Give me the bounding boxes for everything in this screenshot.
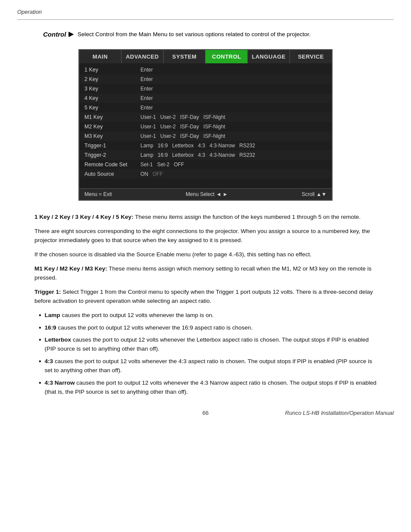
bullet-43-term: 4:3 [45,358,53,364]
manual-title: Runco LS-HB Installation/Operation Manua… [285,410,394,416]
osd-tab-advanced: ADVANCED [121,50,164,63]
osd-footer: Menu = Exit Menu Select ◄ ► Scroll ▲▼ [79,188,332,200]
key-heading: 1 Key / 2 Key / 3 Key / 4 Key / 5 Key: [34,214,134,220]
osd-tabs: MAIN ADVANCED SYSTEM CONTROL LANGUAGE SE… [79,50,332,63]
osd-label-4key: 4 Key [84,95,140,101]
bullet-letterbox: Letterbox causes the port to output 12 v… [34,336,377,354]
bullet-43narrow-desc: causes the port to output 12 volts whene… [45,380,377,395]
osd-values-trigger1: Lamp 16:9 Letterbox 4:3 4:3-Narrow RS232 [140,143,327,149]
osd-values-1key: Enter [140,67,327,73]
osd-row-trigger2: Trigger-2 Lamp 16:9 Letterbox 4:3 4:3-Na… [79,150,332,160]
control-label: Control ▶ [43,30,78,38]
osd-wrapper: MAIN ADVANCED SYSTEM CONTROL LANGUAGE SE… [17,49,394,201]
osd-label-auto-source: Auto Source [84,171,140,177]
osd-menu-select-arrows: ◄ ► [216,191,228,197]
bullet-169-desc: causes the port to output 12 volts whene… [58,324,252,331]
osd-label-m3key: M3 Key [84,133,140,139]
bullet-169: 16:9 causes the port to output 12 volts … [34,324,377,333]
osd-row-m1key: M1 Key User-1 User-2 ISF-Day ISF-Night [79,112,332,122]
osd-row-m2key: M2 Key User-1 User-2 ISF-Day ISF-Night [79,122,332,131]
osd-label-2key: 2 Key [84,76,140,82]
osd-footer-menu-exit: Menu = Exit [84,191,112,197]
osd-spacer [79,179,332,187]
osd-label-3key: 3 Key [84,86,140,92]
bullet-lamp: Lamp causes the port to output 12 volts … [34,311,377,320]
osd-row-3key: 3 Key Enter [79,84,332,93]
osd-row-trigger1: Trigger-1 Lamp 16:9 Letterbox 4:3 4:3-Na… [79,141,332,150]
osd-tab-service: SERVICE [290,50,332,63]
key-para3: If the chosen source is disabled via the… [34,250,377,259]
bullet-43-desc: causes the port to output 12 volts whene… [45,358,372,373]
osd-values-3key: Enter [140,86,327,92]
bullet-letterbox-term: Letterbox [45,336,72,343]
osd-values-trigger2: Lamp 16:9 Letterbox 4:3 4:3-Narrow RS232 [140,152,327,158]
osd-scroll-arrows: ▲▼ [316,191,327,197]
osd-label-remote-code: Remote Code Set [84,162,140,168]
osd-label-trigger2: Trigger-2 [84,152,140,158]
osd-values-4key: Enter [140,95,327,101]
bullet-43: 4:3 causes the port to output 12 volts w… [34,357,377,375]
osd-values-auto-source: ON OFF [140,171,327,177]
arrow-icon: ▶ [68,30,74,38]
page-footer: 66 Runco LS-HB Installation/Operation Ma… [17,410,394,416]
mkey-heading: M1 Key / M2 Key / M3 Key: [34,265,107,272]
trigger1-heading-para: Trigger 1: Select Trigger 1 from the Con… [34,288,377,306]
osd-values-m2key: User-1 User-2 ISF-Day ISF-Night [140,124,327,130]
osd-tab-control: CONTROL [206,50,248,63]
osd-menu-select-label: Menu Select [186,191,215,197]
breadcrumb: Operation [17,9,394,15]
osd-row-m3key: M3 Key User-1 User-2 ISF-Day ISF-Night [79,131,332,141]
osd-row-5key: 5 Key Enter [79,103,332,112]
mkey-heading-para: M1 Key / M2 Key / M3 Key: These menu ite… [34,264,377,283]
osd-values-remote-code: Set-1 Set-2 OFF [140,162,327,168]
osd-label-trigger1: Trigger-1 [84,143,140,149]
osd-tab-main: MAIN [79,50,121,63]
bullet-43narrow-term: 4:3 Narrow [45,380,75,386]
control-description: Select Control from the Main Menu to set… [78,30,311,39]
osd-tab-system: SYSTEM [164,50,206,63]
bullet-list: Lamp causes the port to output 12 volts … [34,311,377,397]
bullet-letterbox-desc: causes the port to output 12 volts whene… [45,336,369,352]
osd-row-4key: 4 Key Enter [79,93,332,103]
osd-footer-menu-select: Menu Select ◄ ► [186,191,228,197]
body-section: 1 Key / 2 Key / 3 Key / 4 Key / 5 Key: T… [17,213,394,397]
bullet-lamp-term: Lamp [45,312,60,318]
osd-scroll-label: Scroll [302,191,314,197]
page-number: 66 [202,410,209,416]
osd-menu-exit-label: Menu = Exit [84,191,112,197]
osd-label-5key: 5 Key [84,105,140,111]
osd-row-remote-code: Remote Code Set Set-1 Set-2 OFF [79,160,332,169]
bullet-43narrow: 4:3 Narrow causes the port to output 12 … [34,379,377,397]
osd-values-m3key: User-1 User-2 ISF-Day ISF-Night [140,133,327,139]
key-para2: There are eight sources corresponding to… [34,227,377,245]
osd-values-m1key: User-1 User-2 ISF-Day ISF-Night [140,114,327,120]
bullet-lamp-desc: causes the port to output 12 volts whene… [62,312,214,318]
osd-label-1key: 1 Key [84,67,140,73]
osd-container: MAIN ADVANCED SYSTEM CONTROL LANGUAGE SE… [78,49,333,201]
osd-values-5key: Enter [140,105,327,111]
osd-footer-scroll: Scroll ▲▼ [302,191,327,197]
osd-values-2key: Enter [140,76,327,82]
osd-label-m1key: M1 Key [84,114,140,120]
osd-body: 1 Key Enter 2 Key Enter 3 Key Enter 4 Ke… [79,63,332,188]
trigger1-heading: Trigger 1: [34,289,61,295]
key-heading-para: 1 Key / 2 Key / 3 Key / 4 Key / 5 Key: T… [34,213,377,222]
divider [17,19,394,20]
osd-row-auto-source: Auto Source ON OFF [79,169,332,179]
bullet-169-term: 16:9 [45,324,56,331]
control-label-text: Control [43,31,66,38]
trigger1-desc: Select Trigger 1 from the Control menu t… [34,289,373,304]
osd-tab-language: LANGUAGE [248,50,290,63]
control-intro-section: Control ▶ Select Control from the Main M… [17,30,394,39]
osd-label-m2key: M2 Key [84,124,140,130]
osd-row-2key: 2 Key Enter [79,75,332,84]
osd-row-1key: 1 Key Enter [79,65,332,75]
key-desc: These menu items assign the function of … [135,214,361,220]
